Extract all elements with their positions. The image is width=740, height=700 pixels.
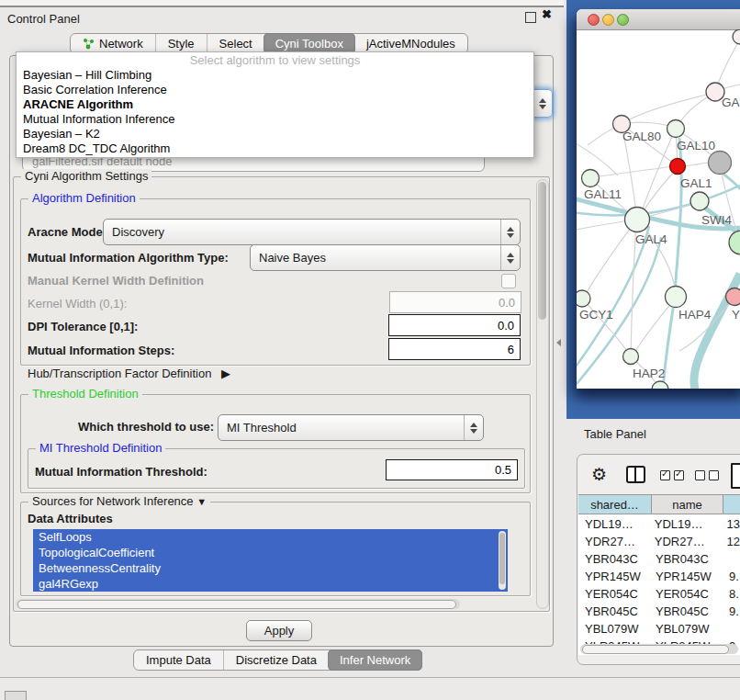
network-edge[interactable] — [640, 130, 675, 218]
tab-select[interactable]: Select — [207, 34, 264, 53]
network-icon — [83, 38, 95, 50]
tab-label: jActiveMNodules — [366, 37, 455, 51]
collapse-down-icon[interactable]: ▼ — [196, 496, 207, 507]
mi-steps-label: Mutual Information Steps: — [28, 344, 174, 357]
table-cell: YDL19… — [578, 515, 651, 533]
algorithm-option[interactable]: Bayesian – K2 — [17, 127, 533, 141]
list-scrollbar[interactable] — [499, 531, 506, 590]
table-cell: YDL19… — [651, 515, 722, 533]
column-header[interactable]: name — [652, 494, 723, 514]
aracne-mode-combo[interactable]: Discovery — [103, 219, 521, 245]
maximize-traffic-light[interactable] — [617, 14, 629, 26]
data-attribute-item[interactable]: gal4RGexp — [33, 576, 508, 592]
table-cell: 9. — [723, 568, 739, 585]
splitter-collapse-icon[interactable] — [556, 339, 561, 346]
aracne-mode-label: Aracne Mode: — [28, 225, 107, 239]
top-separator — [0, 6, 564, 7]
hub-definition-toggle[interactable]: Hub/Transcription Factor Definition ▶ — [28, 367, 230, 380]
tab-infer-network[interactable]: Infer Network — [328, 649, 422, 671]
node-label: GAL80 — [622, 130, 661, 143]
network-edge[interactable] — [622, 93, 714, 123]
network-node-gal1[interactable] — [670, 159, 686, 175]
network-edge[interactable] — [592, 166, 676, 177]
table-row[interactable]: YBR045CYBR045C9. — [578, 603, 740, 620]
algorithm-option[interactable]: Bayesian – Hill Climbing — [17, 68, 533, 83]
which-threshold-combo[interactable]: MI Threshold — [218, 414, 484, 441]
algorithm-option[interactable]: Basic Correlation Inference — [17, 83, 533, 97]
column-header[interactable]: A — [723, 494, 740, 514]
close-traffic-light[interactable] — [588, 14, 600, 26]
expand-right-icon: ▶ — [221, 367, 230, 380]
mi-steps-field[interactable] — [388, 338, 521, 360]
data-attributes-list[interactable]: SelfLoopsTopologicalCoefficientBetweenne… — [33, 529, 508, 592]
table-cell: YPR145W — [578, 568, 652, 585]
collapsed-panel-button[interactable] — [5, 691, 27, 700]
scrollbar-thumb[interactable] — [499, 533, 505, 584]
settings-scrollbar[interactable] — [536, 179, 549, 609]
apply-button[interactable]: Apply — [246, 620, 312, 641]
tab-jactivemnodules[interactable]: jActiveMNodules — [354, 34, 467, 53]
network-node[interactable] — [733, 29, 740, 44]
table-row[interactable]: YPR145WYPR145W9. — [578, 568, 740, 585]
manual-kernel-checkbox[interactable] — [501, 274, 516, 288]
network-node-gal10[interactable] — [667, 120, 685, 138]
network-node-gcy1[interactable] — [577, 290, 590, 307]
table-cell: YPR145W — [652, 568, 723, 585]
table-hscrollbar[interactable] — [580, 644, 738, 654]
data-attribute-item[interactable]: TopologicalCoefficient — [33, 545, 508, 560]
data-attribute-item[interactable]: SelfLoops — [33, 529, 508, 545]
algorithm-option[interactable]: Mutual Information Inference — [17, 112, 533, 127]
network-node-swi4[interactable] — [690, 192, 709, 210]
tab-network[interactable]: Network — [71, 34, 155, 53]
network-node-gal11[interactable] — [582, 170, 600, 187]
algorithm-option[interactable]: ARACNE Algorithm — [17, 97, 533, 112]
combo-value: Discovery — [104, 225, 500, 239]
close-icon[interactable]: ✖ — [542, 7, 552, 21]
network-view[interactable]: GALGAL80GAL10GAL1GAL11GAL4SWI4GCY1HAP4YH… — [577, 29, 740, 389]
float-window-icon[interactable] — [525, 12, 536, 23]
network-edge[interactable] — [577, 138, 618, 175]
mi-threshold-label: Mutual Information Threshold: — [35, 465, 207, 479]
network-node-y[interactable] — [726, 288, 740, 306]
data-attribute-item[interactable]: BetweennessCentrality — [33, 560, 508, 576]
scrollbar-thumb[interactable] — [17, 600, 456, 609]
scrollbar-thumb[interactable] — [582, 645, 729, 654]
algorithm-option[interactable]: Dream8 DC_TDC Algorithm — [17, 141, 533, 156]
scrollbar-thumb[interactable] — [538, 182, 546, 320]
network-window-titlebar[interactable] — [577, 9, 740, 30]
export-file-icon[interactable] — [731, 463, 740, 489]
column-header[interactable]: shared… — [578, 494, 652, 514]
hide-columns-icon[interactable] — [695, 470, 719, 480]
show-checked-columns-icon[interactable]: ✓✓ — [660, 470, 684, 480]
table-cell: YDR27… — [651, 533, 722, 550]
tab-discretize-data[interactable]: Discretize Data — [223, 650, 329, 670]
tab-impute-data[interactable]: Impute Data — [134, 650, 223, 670]
mi-threshold-field[interactable] — [386, 459, 518, 480]
tab-style[interactable]: Style — [155, 34, 207, 53]
network-node-hap4[interactable] — [666, 287, 687, 308]
kernel-width-field[interactable] — [389, 291, 521, 313]
table-row[interactable]: YBL079WYBL079W — [578, 620, 740, 638]
gear-icon[interactable]: ⚙ — [591, 464, 607, 485]
network-node[interactable] — [709, 152, 732, 175]
table-row[interactable]: YBR043CYBR043C — [578, 550, 740, 568]
network-edge[interactable] — [716, 42, 738, 88]
node-label: Y — [732, 308, 740, 322]
table-row[interactable]: YDR27…YDR27…12 — [578, 533, 740, 550]
columns-icon[interactable] — [626, 466, 645, 483]
minimize-traffic-light[interactable] — [602, 14, 614, 26]
manual-kernel-label: Manual Kernel Width Definition — [28, 274, 204, 288]
mi-algorithm-type-label: Mutual Information Algorithm Type: — [28, 251, 229, 265]
network-node[interactable] — [729, 231, 740, 254]
dpi-tolerance-label: DPI Tolerance [0,1]: — [28, 320, 138, 333]
network-node-gal4[interactable] — [625, 208, 650, 232]
network-node-hap2[interactable] — [623, 349, 639, 365]
settings-hscrollbar[interactable] — [16, 599, 460, 609]
table-row[interactable]: YDL19…YDL19…13 — [578, 515, 740, 533]
network-node[interactable] — [652, 381, 668, 389]
mi-algorithm-type-combo[interactable]: Naive Bayes — [250, 244, 521, 271]
table-row[interactable]: YER054CYER054C8. — [578, 585, 740, 603]
node-label: GAL1 — [680, 176, 712, 190]
app-root: Control Panel ✖ NetworkStyleSelectCyni T… — [0, 0, 740, 700]
dpi-tolerance-field[interactable] — [388, 314, 521, 336]
